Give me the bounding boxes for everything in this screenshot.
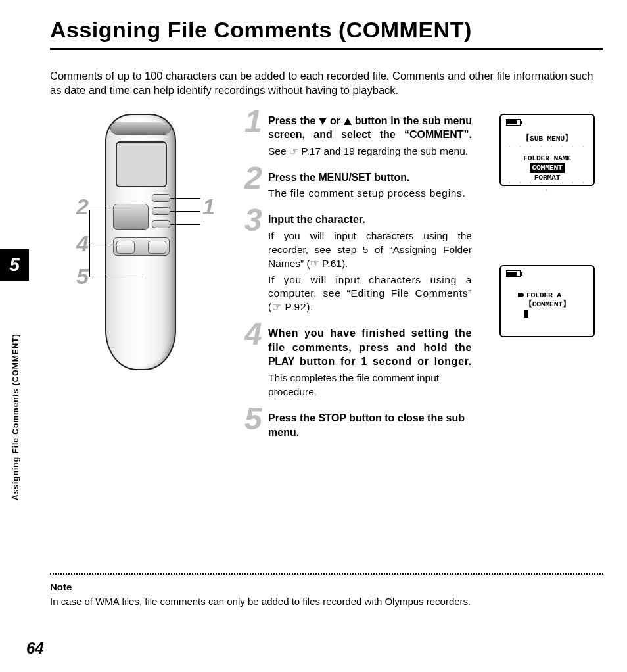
text: When you have finished setting the file … [268, 327, 472, 353]
lcd-sub-menu: 【SUB MENU】 · · · · · · · · · FOLDER NAME… [499, 114, 595, 186]
lcd-dots: · · · · · · · · · [506, 180, 588, 194]
button-name: MENU/SET [318, 172, 371, 183]
recorder-control-row [113, 237, 170, 256]
callout-2: 2 [76, 194, 89, 220]
step-number: 3 [244, 204, 262, 236]
battery-icon [506, 119, 521, 126]
leader-line [170, 224, 200, 225]
step-heading: Input the character. [268, 212, 472, 227]
step-body: This completes the file comment input pr… [268, 372, 472, 399]
recorder-body [105, 114, 176, 370]
text: Press the [268, 172, 318, 183]
lcd-selected: COMMENT [530, 163, 564, 172]
step-3: 3 Input the character. If you will input… [248, 212, 472, 314]
leader-line [200, 198, 200, 225]
step-heading: Press the or button in the sub menu scre… [268, 114, 472, 142]
title-rule [50, 48, 603, 50]
callout-5: 5 [76, 264, 89, 289]
lcd-line: FOLDER NAME [506, 154, 588, 163]
leader-line [170, 198, 200, 199]
note-label: Note [50, 581, 72, 592]
callout-1: 1 [202, 194, 215, 220]
step-body: If you will input characters using the r… [268, 229, 472, 271]
lcd-line: FOLDER A [506, 291, 588, 300]
button-name: PLAY [268, 356, 294, 367]
step-body: If you will input characters using a com… [268, 274, 472, 315]
side-running-title: Assigning File Comments (COMMENT) [11, 290, 20, 500]
leader-line [89, 210, 131, 210]
up-triangle-icon [344, 118, 352, 125]
step-2: 2 Press the MENU/SET button. The file co… [248, 170, 472, 201]
step-5: 5 Press the STOP button to close the sub… [248, 411, 472, 439]
recorder-side-button [152, 220, 170, 228]
text: button. [371, 172, 410, 183]
step-4: 4 When you have finished setting the fil… [248, 326, 472, 399]
lcd-comment-input: FOLDER A 【COMMENT】 [499, 265, 595, 337]
chapter-tab: 5 [0, 249, 29, 281]
leader-line [89, 245, 131, 245]
lcd-selected-line: COMMENT [506, 163, 588, 172]
recorder-top [110, 122, 171, 135]
recorder-side-button [152, 194, 170, 202]
battery-icon [506, 270, 521, 277]
text: Press the [268, 412, 318, 423]
text: FOLDER A [526, 291, 561, 299]
step-heading: Press the MENU/SET button. [268, 170, 472, 185]
step-body: See ☞ P.17 and 19 regarding the sub menu… [268, 145, 472, 158]
page-number: 64 [26, 639, 44, 658]
step-number: 4 [244, 318, 262, 350]
intro-paragraph: Comments of up to 100 characters can be … [50, 68, 601, 98]
dotted-rule [50, 573, 603, 575]
step-number: 1 [244, 106, 262, 137]
text: button for 1 second or longer. [294, 356, 472, 367]
recorder-diagram: 1 2 4 5 [71, 114, 229, 390]
note-body: In case of WMA files, file comments can … [50, 596, 603, 607]
down-triangle-icon [319, 118, 327, 125]
text: Press the [268, 115, 319, 126]
button-name: STOP [318, 412, 346, 423]
lcd-cursor [524, 310, 528, 318]
folder-icon [518, 292, 524, 299]
text: or [327, 115, 344, 126]
step-heading: When you have finished setting the file … [268, 326, 472, 369]
step-1: 1 Press the or button in the sub menu sc… [248, 114, 472, 158]
step-number: 2 [244, 162, 262, 194]
leader-line [89, 277, 146, 277]
page-title: Assigning File Comments (COMMENT) [50, 17, 627, 43]
callout-4: 4 [76, 231, 89, 256]
lcd-line: 【COMMENT】 [506, 300, 588, 309]
leader-line [89, 210, 90, 277]
step-number: 5 [244, 403, 262, 435]
steps-list: 1 Press the or button in the sub menu sc… [248, 114, 472, 452]
recorder-side-button [152, 207, 170, 215]
lcd-line: 【SUB MENU】 [506, 134, 588, 143]
leader-line [170, 211, 200, 212]
step-heading: Press the STOP button to close the sub m… [268, 411, 472, 439]
recorder-dpad [113, 204, 149, 230]
step-body: The file comment setup process begins. [268, 187, 472, 201]
recorder-screen [116, 141, 167, 187]
